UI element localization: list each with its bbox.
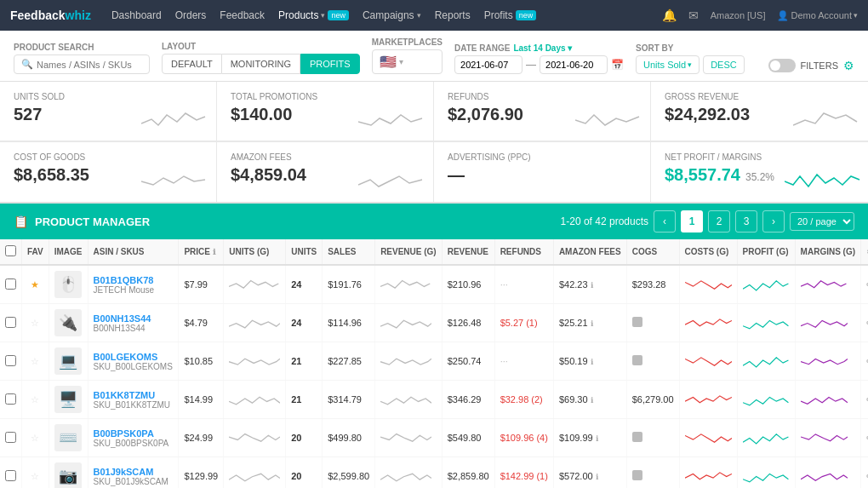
row-margins-g: [795, 304, 860, 342]
summary-grid: UNITS SOLD 527 TOTAL PROMOTIONS $140.00 …: [0, 82, 868, 142]
filters-toggle-switch[interactable]: [768, 59, 796, 72]
row-check[interactable]: [0, 419, 22, 457]
row-costs-g: [679, 265, 737, 304]
col-amazon-fees-header[interactable]: AMAZON FEES: [553, 239, 626, 265]
date-from-input[interactable]: [454, 55, 523, 74]
filters-gear-icon[interactable]: ⚙: [843, 59, 854, 72]
row-units-g: [224, 304, 286, 342]
col-profit-g-header[interactable]: PROFIT (G): [737, 239, 795, 265]
layout-default-btn[interactable]: DEFAULT: [162, 54, 222, 74]
page-3-btn[interactable]: 3: [735, 210, 757, 233]
col-cogs-header[interactable]: COGS: [626, 239, 679, 265]
row-costs-g: [679, 457, 737, 489]
col-units-g-header[interactable]: UNITS (G): [224, 239, 286, 265]
summary-amazon-fees: AMAZON FEES $4,859.04: [217, 142, 434, 202]
date-to-input[interactable]: [540, 55, 608, 74]
date-inputs: — 📅: [454, 55, 624, 74]
layout-profits-btn[interactable]: PROFITS: [300, 54, 360, 74]
calendar-icon[interactable]: 📅: [611, 59, 624, 71]
layout-monitoring-btn[interactable]: MONITORING: [222, 54, 300, 74]
table-row: ★ 🖱️ B01B1QBK78 JETECH Mouse $7.99 24 $1…: [0, 265, 868, 304]
row-fav[interactable]: ★: [22, 265, 49, 304]
logo-whiz: whiz: [66, 9, 91, 22]
filters-label: FILTERS: [801, 60, 838, 71]
row-check[interactable]: [0, 265, 22, 304]
col-gear-header[interactable]: ⚙: [861, 239, 868, 265]
row-costs-g: [679, 342, 737, 381]
row-fav[interactable]: ☆: [22, 381, 49, 419]
nav-campaigns[interactable]: Campaigns▾: [363, 9, 421, 21]
sort-field-btn[interactable]: Units Sold▾: [636, 55, 700, 74]
col-revenue-g-header[interactable]: REVENUE (G): [375, 239, 443, 265]
search-input[interactable]: [37, 60, 139, 70]
nav-dashboard[interactable]: Dashboard: [111, 9, 162, 21]
layout-section: LAYOUT DEFAULT MONITORING PROFITS: [162, 42, 360, 74]
page-next-btn[interactable]: ›: [762, 210, 785, 233]
filter-bar: PRODUCT SEARCH 🔍 LAYOUT DEFAULT MONITORI…: [0, 31, 868, 82]
row-units: 24: [286, 304, 323, 342]
page-1-btn[interactable]: 1: [681, 210, 703, 233]
col-asin-header[interactable]: ASIN / SKUS: [88, 239, 179, 265]
col-sales-header[interactable]: SALES: [323, 239, 375, 265]
nav-profits[interactable]: Profitsnew: [484, 9, 537, 21]
nav-reports[interactable]: Reports: [435, 9, 471, 21]
row-check[interactable]: [0, 304, 22, 342]
row-edit[interactable]: ✏: [861, 419, 868, 457]
row-profit-g: [737, 304, 795, 342]
select-all-checkbox[interactable]: [5, 245, 16, 256]
table-row: ☆ 💻 B00LGEKOMS SKU_B00LGEKOMS $10.85 21 …: [0, 342, 868, 381]
row-sales: $114.96: [323, 304, 375, 342]
row-amazon-fees: $42.23 ℹ: [553, 265, 626, 304]
row-revenue: $346.29: [442, 381, 494, 419]
row-fav[interactable]: ☆: [22, 419, 49, 457]
col-revenue-header[interactable]: REVENUE: [442, 239, 494, 265]
row-edit[interactable]: ✏: [861, 381, 868, 419]
filters-toggle-section: FILTERS ⚙: [768, 59, 854, 74]
table-row: ☆ 🔌 B00NH13S44 B00NH13S44 $4.79 24 $114.…: [0, 304, 868, 342]
summary-gross-revenue: GROSS REVENUE $24,292.03: [651, 82, 868, 141]
row-check[interactable]: [0, 381, 22, 419]
pagination: 1-20 of 42 products ‹ 1 2 3 › 20 / page …: [561, 210, 854, 233]
row-check[interactable]: [0, 457, 22, 489]
refunds-label: REFUNDS: [448, 92, 637, 101]
col-price-header[interactable]: PRICE ℹ: [179, 239, 224, 265]
mail-icon[interactable]: ✉: [688, 9, 699, 22]
col-refunds-header[interactable]: REFUNDS: [494, 239, 553, 265]
nav-products[interactable]: Products▾new: [278, 9, 349, 21]
col-margins-g-header[interactable]: MARGINS (G): [795, 239, 860, 265]
row-fav[interactable]: ☆: [22, 457, 49, 489]
row-units: 21: [286, 342, 323, 381]
product-manager-header: 📋 PRODUCT MANAGER 1-20 of 42 products ‹ …: [0, 204, 868, 239]
row-units: 24: [286, 265, 323, 304]
marketplace-flag[interactable]: 🇺🇸▾: [372, 49, 443, 74]
row-fav[interactable]: ☆: [22, 342, 49, 381]
total-promotions-chart: [358, 106, 426, 134]
row-check[interactable]: [0, 342, 22, 381]
row-img: 🖥️: [49, 381, 88, 419]
col-costs-g-header[interactable]: COSTS (G): [679, 239, 737, 265]
page-2-btn[interactable]: 2: [708, 210, 730, 233]
table-container: FAV IMAGE ASIN / SKUS PRICE ℹ UNITS (G) …: [0, 239, 868, 488]
row-edit[interactable]: ✏: [861, 457, 868, 489]
nav-orders[interactable]: Orders: [175, 9, 207, 21]
page-prev-btn[interactable]: ‹: [654, 210, 676, 233]
marketplaces-section: MARKETPLACES 🇺🇸▾: [372, 37, 443, 74]
row-revenue: $210.96: [442, 265, 494, 304]
sort-dir-btn[interactable]: DESC: [703, 55, 745, 74]
nav-feedback[interactable]: Feedback: [220, 9, 265, 21]
row-margins-g: [795, 265, 860, 304]
per-page-select[interactable]: 20 / page 50 / page: [790, 212, 854, 231]
row-edit[interactable]: ✏: [861, 342, 868, 381]
bell-icon[interactable]: 🔔: [662, 9, 677, 22]
summary-refunds: REFUNDS $2,076.90: [434, 82, 651, 141]
date-preset-btn[interactable]: Last 14 Days ▾: [513, 43, 572, 53]
user-menu[interactable]: 👤Demo Account▾: [777, 10, 858, 21]
row-cogs: [626, 457, 679, 489]
col-check-header[interactable]: [0, 239, 22, 265]
summary-units-sold: UNITS SOLD 527: [0, 82, 217, 141]
row-fav[interactable]: ☆: [22, 304, 49, 342]
row-amazon-fees: $50.19 ℹ: [553, 342, 626, 381]
row-edit[interactable]: ✏: [861, 265, 868, 304]
row-edit[interactable]: ✏: [861, 304, 868, 342]
col-units-header[interactable]: UNITS: [286, 239, 323, 265]
